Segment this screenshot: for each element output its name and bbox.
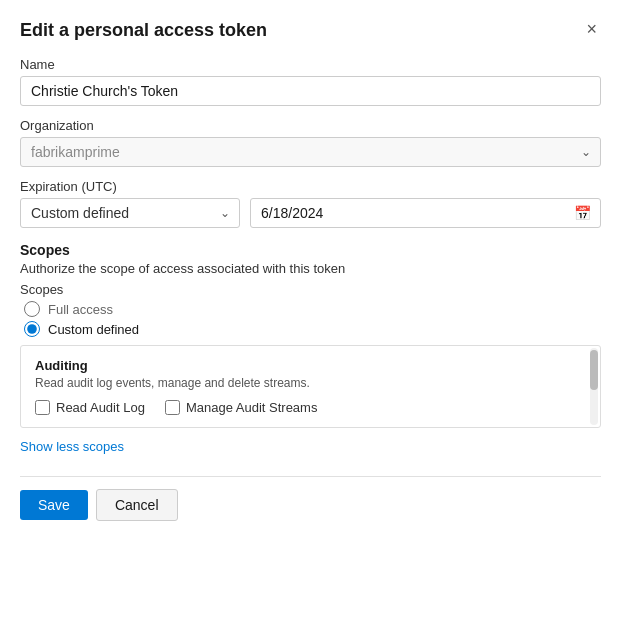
edit-token-dialog: Edit a personal access token × Name Orga… (0, 0, 621, 626)
read-audit-log-label[interactable]: Read Audit Log (56, 400, 145, 415)
manage-audit-streams-checkbox[interactable] (165, 400, 180, 415)
name-label: Name (20, 57, 601, 72)
cancel-button[interactable]: Cancel (96, 489, 178, 521)
manage-audit-streams-label[interactable]: Manage Audit Streams (186, 400, 318, 415)
divider (20, 476, 601, 477)
organization-select-wrapper: fabrikamprime ⌄ (20, 137, 601, 167)
dialog-title: Edit a personal access token (20, 20, 267, 41)
scopes-box: Auditing Read audit log events, manage a… (20, 345, 601, 428)
expiration-date-input[interactable] (250, 198, 601, 228)
custom-defined-radio[interactable] (24, 321, 40, 337)
expiration-label: Expiration (UTC) (20, 179, 601, 194)
organization-field-group: Organization fabrikamprime ⌄ (20, 118, 601, 167)
action-buttons: Save Cancel (20, 489, 601, 521)
name-input[interactable] (20, 76, 601, 106)
expiration-field-group: Expiration (UTC) Custom defined 30 days … (20, 179, 601, 228)
dialog-header: Edit a personal access token × (20, 20, 601, 41)
close-button[interactable]: × (582, 20, 601, 38)
full-access-label[interactable]: Full access (48, 302, 113, 317)
name-field-group: Name (20, 57, 601, 106)
save-button[interactable]: Save (20, 490, 88, 520)
full-access-radio[interactable] (24, 301, 40, 317)
manage-audit-streams-item: Manage Audit Streams (165, 400, 318, 415)
scopes-description: Authorize the scope of access associated… (20, 261, 601, 276)
scrollbar-thumb (590, 350, 598, 390)
auditing-description: Read audit log events, manage and delete… (35, 376, 586, 390)
custom-defined-label[interactable]: Custom defined (48, 322, 139, 337)
expiration-select-wrapper: Custom defined 30 days 60 days 90 days 1… (20, 198, 240, 228)
auditing-title: Auditing (35, 358, 586, 373)
scopes-label: Scopes (20, 282, 601, 297)
scopes-box-inner: Auditing Read audit log events, manage a… (21, 346, 600, 427)
custom-defined-option: Custom defined (24, 321, 601, 337)
full-access-option: Full access (24, 301, 601, 317)
scopes-radio-group: Full access Custom defined (24, 301, 601, 337)
scrollbar-track (590, 348, 598, 425)
read-audit-log-checkbox[interactable] (35, 400, 50, 415)
expiration-date-wrapper: 📅 (250, 198, 601, 228)
organization-select[interactable]: fabrikamprime (20, 137, 601, 167)
expiration-row: Custom defined 30 days 60 days 90 days 1… (20, 198, 601, 228)
show-scopes-link[interactable]: Show less scopes (20, 439, 124, 454)
scopes-title: Scopes (20, 242, 601, 258)
auditing-checkboxes: Read Audit Log Manage Audit Streams (35, 400, 586, 415)
expiration-select[interactable]: Custom defined 30 days 60 days 90 days 1… (20, 198, 240, 228)
organization-label: Organization (20, 118, 601, 133)
scopes-section: Scopes Authorize the scope of access ass… (20, 242, 601, 337)
read-audit-log-item: Read Audit Log (35, 400, 145, 415)
